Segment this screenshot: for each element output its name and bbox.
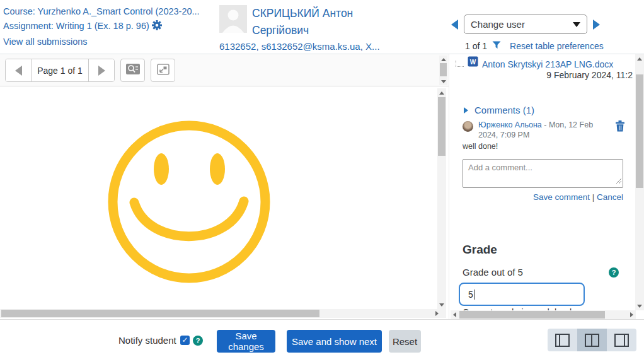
change-user-label: Change user bbox=[471, 19, 525, 30]
change-user-select[interactable]: Change user bbox=[464, 15, 587, 34]
comment-item: Юрженко Альона - Mon, 12 Feb 2024, 7:09 … bbox=[463, 120, 630, 140]
resize-handle[interactable] bbox=[616, 175, 622, 187]
student-avatar bbox=[219, 5, 247, 33]
document-horizontal-scrollbar[interactable] bbox=[0, 309, 446, 318]
document-page bbox=[0, 86, 449, 309]
viewer-toolbar: Page 1 of 1 bbox=[0, 54, 449, 86]
previous-user-arrow[interactable] bbox=[451, 20, 458, 30]
view-all-submissions-link[interactable]: View all submissions bbox=[3, 37, 88, 47]
svg-text:W: W bbox=[470, 59, 476, 66]
student-contact-link[interactable]: 6132652, s6132652@ksma.ks.ua, Х... bbox=[219, 41, 380, 52]
layout-right-icon bbox=[614, 334, 629, 347]
comments-section-header[interactable]: Comments (1) bbox=[464, 105, 534, 115]
assignment-link[interactable]: Assignment: Writing 1 (Ex. 18 p. 96) bbox=[3, 21, 149, 31]
layout-split-pane-button[interactable] bbox=[577, 329, 607, 351]
comment-actions: Save comment | Cancel bbox=[463, 192, 623, 202]
save-and-show-next-button[interactable]: Save and show next bbox=[287, 330, 382, 353]
next-user-arrow[interactable] bbox=[593, 20, 600, 30]
previous-page-button[interactable] bbox=[6, 59, 31, 81]
assignment-grading-app: Course: Yurzhenko A._Smart Control (2023… bbox=[0, 0, 644, 357]
comments-header-link[interactable]: Comments (1) bbox=[474, 105, 534, 115]
course-link[interactable]: Course: Yurzhenko A._Smart Control (2023… bbox=[3, 6, 200, 16]
save-changes-button[interactable]: Save changes bbox=[217, 330, 275, 353]
action-separator: | bbox=[592, 192, 595, 202]
comments-expand-icon bbox=[464, 107, 468, 114]
student-name-link[interactable]: СКРИЦЬКИЙ Антон Сергійович bbox=[252, 5, 403, 39]
layout-toggle-group bbox=[548, 329, 636, 351]
next-page-icon bbox=[98, 66, 105, 76]
grade-help-icon[interactable]: ? bbox=[609, 267, 619, 278]
commenter-avatar bbox=[463, 121, 473, 132]
search-region-button[interactable] bbox=[120, 59, 145, 82]
expand-view-button[interactable] bbox=[151, 59, 175, 82]
submission-file-link[interactable]: Anton Skrytskyi 213AP LNG.docx bbox=[482, 59, 613, 69]
user-navigation: Change user 1 of 1 Reset table preferenc… bbox=[451, 15, 640, 51]
layout-left-pane-button[interactable] bbox=[548, 329, 577, 351]
text-caret bbox=[474, 290, 474, 300]
reset-table-preferences-link[interactable]: Reset table preferences bbox=[510, 41, 604, 51]
submission-file-row: W Anton Skrytskyi 213AP LNG.docx bbox=[456, 56, 613, 69]
filter-icon[interactable] bbox=[492, 41, 501, 51]
layout-left-icon bbox=[555, 334, 570, 347]
grade-input[interactable]: 5 bbox=[459, 283, 585, 306]
notify-help-icon[interactable]: ? bbox=[193, 336, 203, 346]
comment-input-wrapper bbox=[463, 159, 623, 188]
layout-right-pane-button[interactable] bbox=[607, 329, 636, 351]
submission-date: 9 February 2024, 11:2 bbox=[546, 70, 633, 80]
commenter-name-link[interactable]: Юрженко Альона bbox=[478, 120, 542, 129]
settings-gear-icon[interactable] bbox=[152, 22, 162, 32]
document-vertical-scrollbar[interactable] bbox=[437, 88, 446, 309]
reset-button[interactable]: Reset bbox=[389, 330, 421, 353]
main-area: Page 1 of 1 bbox=[0, 54, 644, 319]
tree-connector bbox=[456, 61, 464, 67]
search-document-icon bbox=[126, 63, 140, 78]
save-comment-link[interactable]: Save comment bbox=[533, 192, 590, 202]
dropdown-caret-icon bbox=[573, 22, 580, 27]
footer-actions: Notify student ✓ ? Save changes Save and… bbox=[0, 319, 644, 357]
delete-comment-icon[interactable] bbox=[615, 120, 625, 134]
layout-split-icon bbox=[585, 334, 599, 347]
notify-student-label: Notify student bbox=[118, 335, 176, 346]
user-count-label: 1 of 1 bbox=[465, 41, 487, 51]
toolbar-scrollbar[interactable] bbox=[439, 56, 447, 85]
panel-horizontal-scrollbar[interactable] bbox=[451, 310, 636, 319]
grade-value: 5 bbox=[468, 290, 473, 300]
smiley-face-drawing bbox=[101, 114, 277, 293]
previous-page-icon bbox=[15, 66, 22, 76]
page-indicator: Page 1 of 1 bbox=[31, 59, 89, 81]
word-file-icon: W bbox=[468, 56, 478, 69]
document-viewer: Page 1 of 1 bbox=[0, 54, 449, 319]
notify-student-checkbox[interactable]: ✓ bbox=[180, 336, 190, 345]
next-page-button[interactable] bbox=[89, 59, 114, 81]
add-comment-textarea[interactable] bbox=[463, 160, 623, 187]
header: Course: Yurzhenko A._Smart Control (2023… bbox=[0, 0, 644, 54]
expand-icon bbox=[157, 64, 170, 78]
grade-heading: Grade bbox=[463, 243, 497, 257]
grade-out-of-label: Grade out of 5 bbox=[463, 267, 523, 278]
comment-text: well done! bbox=[463, 142, 498, 151]
header-links: Course: Yurzhenko A._Smart Control (2023… bbox=[3, 4, 200, 49]
grading-panel: W Anton Skrytskyi 213AP LNG.docx 9 Febru… bbox=[449, 54, 644, 319]
panel-vertical-scrollbar[interactable] bbox=[635, 54, 644, 310]
cancel-comment-link[interactable]: Cancel bbox=[597, 192, 623, 202]
